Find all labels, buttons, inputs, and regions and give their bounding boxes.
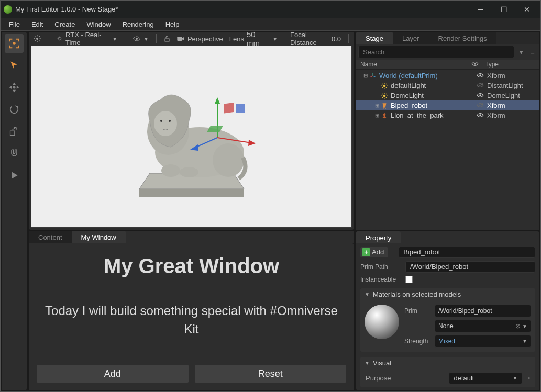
scale-tool[interactable] [5,122,24,141]
tree-type: DomeLight [487,92,537,99]
col-header-name: Name [360,61,471,68]
menu-file[interactable]: File [5,19,24,29]
tree-row[interactable]: DomeLightDomeLight [356,91,539,100]
property-add-button[interactable]: + Add [360,247,388,257]
visibility-toggle[interactable] [473,82,487,89]
materials-header-label: Materials on selected models [373,290,461,298]
visibility-toggle[interactable] [473,92,487,99]
visibility-toggle[interactable] [473,111,487,119]
tree-label: DomeLight [391,92,473,99]
filter-icon[interactable]: ▾ [516,48,526,56]
svg-line-21 [217,138,251,143]
window-title: My First Editor 1.0.0 - New Stage* [15,5,474,13]
options-icon[interactable]: ≡ [528,48,537,56]
tab-stage[interactable]: Stage [356,32,393,44]
materials-section-header[interactable]: ▼ Materials on selected models [360,288,535,300]
transform-gizmo[interactable] [189,93,257,156]
tree-label: Biped_robot [391,102,473,109]
chevron-down-icon: ▼ [143,36,149,42]
tree-row[interactable]: ⊟World (defaultPrim)Xform [356,71,539,81]
svg-point-35 [479,114,481,116]
property-add-label: Add [372,248,384,256]
chevron-down-icon[interactable]: ▼ [272,36,278,42]
material-preview-sphere [365,305,399,339]
tree-row[interactable]: defaultLightDistantLight [356,81,539,91]
minimize-button[interactable]: ─ [474,3,487,16]
svg-rect-26 [236,104,245,113]
chevron-down-icon: ▼ [522,323,527,329]
svg-point-1 [13,86,15,88]
clear-icon[interactable]: ⊗ [515,322,521,330]
reset-field-icon[interactable]: ▪ [527,374,530,382]
my-window-heading: My Great Window [37,254,346,278]
purpose-label: Purpose [366,374,444,382]
focal-distance-control[interactable]: Focal Distance 0.0 [290,31,341,47]
tree-toggle[interactable]: ⊞ [374,103,380,108]
title-bar: My First Editor 1.0.0 - New Stage* ─ ☐ ✕ [1,1,540,18]
snap-tool[interactable] [5,144,24,163]
svg-point-29 [479,74,481,76]
lens-control[interactable]: Lens 50 mm [229,30,266,48]
tree-row[interactable]: ⊞Biped_robotXform [356,100,539,110]
strength-dropdown[interactable]: Mixed ▼ [435,335,531,348]
svg-rect-3 [10,131,15,135]
tree-toggle[interactable]: ⊟ [362,73,369,79]
chevron-down-icon: ▼ [365,292,370,297]
menu-create[interactable]: Create [50,19,79,29]
camera-dropdown[interactable]: Perspective [176,35,223,43]
rotate-tool[interactable] [5,100,24,119]
visual-header-label: Visual [373,359,391,367]
viewport-settings-icon[interactable] [33,35,41,43]
stage-tree[interactable]: ⊟World (defaultPrim)XformdefaultLightDis… [356,70,539,230]
tree-row[interactable]: ⊞Lion_at_the_parkXform [356,110,539,120]
left-toolbar [2,32,27,390]
menu-edit[interactable]: Edit [27,19,47,29]
property-panel: Property + Add Prim Path Instanceable [356,231,539,391]
menu-help[interactable]: Help [161,19,184,29]
svg-point-33 [479,94,481,96]
chevron-down-icon: ▼ [365,360,370,366]
menu-rendering[interactable]: Rendering [118,19,158,29]
stage-search-input[interactable] [358,46,514,58]
renderer-dropdown[interactable]: RTX - Real-Time ▼ [57,31,117,47]
prim-name-field[interactable] [399,247,535,258]
frame-selection-tool[interactable] [5,34,24,53]
material-dropdown[interactable]: None ⊗ ▼ [435,320,531,332]
tree-label: Lion_at_the_park [391,111,473,119]
my-window-reset-button[interactable]: Reset [195,365,347,383]
play-button[interactable] [5,166,24,185]
mesh-icon [380,112,389,119]
tab-property[interactable]: Property [356,231,401,243]
lock-icon[interactable] [164,35,170,42]
viewport-3d[interactable] [31,46,352,228]
tree-toggle[interactable]: ⊞ [374,113,380,118]
col-header-visibility [471,61,485,68]
material-prim-field[interactable]: /World/Biped_robot [435,305,531,317]
select-tool[interactable] [5,56,24,75]
visual-section-header[interactable]: ▼ Visual [360,357,535,369]
visibility-toggle[interactable] [473,102,487,109]
stage-search-row: ▾ ≡ [356,44,539,60]
close-button[interactable]: ✕ [521,3,533,16]
my-window-add-button[interactable]: Add [37,365,189,383]
chevron-down-icon: ▼ [512,375,517,381]
purpose-dropdown[interactable]: default ▼ [449,372,522,384]
maximize-button[interactable]: ☐ [498,3,510,16]
prim-path-field[interactable] [405,261,535,273]
instanceable-checkbox[interactable] [405,276,413,283]
tab-render-settings[interactable]: Render Settings [429,32,496,44]
tab-my-window[interactable]: My Window [72,231,126,243]
visibility-icon[interactable]: ▼ [133,36,149,42]
axes-icon [369,72,377,80]
light-icon [380,82,389,89]
menu-window[interactable]: Window [82,19,115,29]
visibility-toggle[interactable] [473,72,487,80]
move-tool[interactable] [5,78,24,97]
svg-point-15 [169,120,171,122]
svg-marker-24 [190,144,198,151]
tab-content[interactable]: Content [29,231,72,243]
lens-value: 50 mm [247,30,266,48]
my-window-panel: My Great Window Today I will build somet… [29,243,354,390]
tree-type: DistantLight [487,82,537,89]
tab-layer[interactable]: Layer [393,32,429,44]
